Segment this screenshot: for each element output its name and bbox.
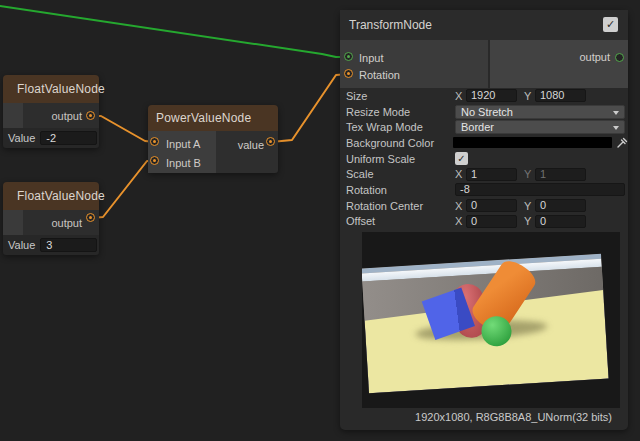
node-header[interactable]: TransformNode ✓ (340, 10, 628, 40)
scale-x-input[interactable]: 1 (466, 168, 517, 181)
size-label: Size (340, 90, 455, 102)
transform-input-port[interactable] (344, 52, 353, 61)
output-port-label: output (51, 110, 82, 122)
value-input[interactable]: -2 (40, 131, 97, 145)
value-row: Value -2 (3, 128, 99, 148)
value-label: Value (8, 239, 35, 251)
power-input-a-port[interactable] (150, 137, 159, 146)
rotation-center-label: Rotation Center (340, 200, 455, 212)
node-title: TransformNode (349, 18, 432, 32)
rotation-center-row: Rotation Center X 0 Y 0 (340, 198, 628, 214)
float-value-node-1[interactable]: FloatValueNode output Value -2 (3, 75, 99, 148)
tex-wrap-mode-label: Tex Wrap Mode (340, 121, 455, 133)
node-enabled-checkbox[interactable]: ✓ (603, 17, 618, 32)
power-value-output-port[interactable] (266, 137, 275, 146)
float2-output-port[interactable] (86, 213, 95, 222)
transform-rotation-port[interactable] (344, 69, 353, 78)
rotation-center-x-input[interactable]: 0 (466, 199, 517, 212)
node-header[interactable]: PowerValueNode (148, 105, 278, 131)
node-body: Input A Input B value (148, 131, 278, 173)
resize-mode-row: Resize Mode No Stretch (340, 104, 628, 120)
wire-power-to-rotation[interactable] (271, 74, 349, 142)
eyedropper-icon[interactable] (617, 137, 628, 148)
input-a-label: Input A (166, 138, 200, 150)
value-input[interactable]: 3 (40, 238, 97, 252)
input-port-label: Input (359, 52, 383, 64)
scale-row: Scale X 1 Y 1 (340, 166, 628, 182)
rotation-row: Rotation -8 (340, 182, 628, 198)
x-axis-label: X (455, 168, 462, 180)
inputs-section: Input A Input B (148, 131, 216, 173)
y-axis-label: Y (524, 215, 531, 227)
background-color-row: Background Color (340, 135, 628, 151)
inputs-section: Input Rotation (340, 40, 488, 88)
value-row: Value 3 (3, 235, 99, 255)
chevron-down-icon (613, 111, 619, 115)
ports-section: Input Rotation output (340, 40, 628, 88)
x-axis-label: X (455, 215, 462, 227)
rotation-center-y-input[interactable]: 0 (535, 199, 586, 212)
node-title: FloatValueNode (17, 82, 105, 96)
output-row: output (3, 103, 99, 128)
size-x-input[interactable]: 1920 (466, 89, 517, 102)
node-header[interactable]: FloatValueNode (3, 182, 99, 210)
rotation-row: Rotation (340, 66, 488, 83)
x-axis-label: X (455, 200, 462, 212)
background-color-label: Background Color (340, 137, 453, 149)
offset-row: Offset X 0 Y 0 (340, 214, 628, 230)
offset-y-input[interactable]: 0 (535, 215, 586, 228)
transform-output-port[interactable] (615, 53, 624, 62)
tex-wrap-mode-row: Tex Wrap Mode Border (340, 119, 628, 135)
input-stub (3, 210, 23, 235)
output-port-label: output (51, 217, 82, 229)
x-axis-label: X (455, 90, 462, 102)
input-row: Input (340, 49, 488, 66)
uniform-scale-checkbox[interactable]: ✓ (455, 152, 468, 165)
rotation-input[interactable]: -8 (455, 183, 625, 196)
value-label: Value (8, 132, 35, 144)
wire-input-connection[interactable] (0, 6, 349, 57)
resize-mode-value: No Stretch (461, 106, 513, 118)
input-b-label: Input B (166, 157, 201, 169)
tex-wrap-mode-value: Border (461, 121, 494, 133)
float-value-node-2[interactable]: FloatValueNode output Value 3 (3, 182, 99, 255)
rotation-port-label: Rotation (359, 69, 400, 81)
y-axis-label: Y (524, 200, 531, 212)
power-input-b-port[interactable] (150, 156, 159, 165)
chevron-down-icon (613, 126, 619, 130)
resize-mode-dropdown[interactable]: No Stretch (455, 105, 625, 119)
y-axis-label: Y (524, 168, 531, 180)
resize-mode-label: Resize Mode (340, 106, 455, 118)
output-port-label: output (579, 51, 610, 63)
offset-label: Offset (340, 215, 455, 227)
uniform-scale-label: Uniform Scale (340, 153, 455, 165)
scale-label: Scale (340, 168, 455, 180)
power-value-node[interactable]: PowerValueNode Input A Input B value (148, 105, 278, 173)
node-header[interactable]: FloatValueNode (3, 75, 99, 103)
wire-float1-to-inputA[interactable] (91, 116, 155, 142)
rotation-label: Rotation (340, 184, 455, 196)
uniform-scale-row: Uniform Scale ✓ (340, 151, 628, 167)
node-title: FloatValueNode (17, 189, 105, 203)
offset-x-input[interactable]: 0 (466, 215, 517, 228)
properties-section: Size X 1920 Y 1080 Resize Mode No Stretc… (340, 88, 628, 229)
output-row: output (3, 210, 99, 235)
preview-format-status: 1920x1080, R8G8B8A8_UNorm(32 bits) (415, 411, 612, 423)
outputs-section: output (490, 40, 628, 88)
float1-output-port[interactable] (86, 111, 95, 120)
preview-rotated-image (362, 254, 609, 393)
texture-preview (362, 232, 620, 408)
tex-wrap-mode-dropdown[interactable]: Border (455, 120, 625, 134)
transform-node[interactable]: TransformNode ✓ Input Rotation output Si… (340, 10, 628, 430)
y-axis-label: Y (524, 90, 531, 102)
input-stub (3, 103, 23, 128)
scale-y-input: 1 (535, 168, 586, 181)
node-graph-canvas[interactable]: FloatValueNode output Value -2 FloatValu… (0, 0, 640, 441)
node-title: PowerValueNode (156, 111, 251, 125)
size-y-input[interactable]: 1080 (535, 89, 586, 102)
value-output-label: value (238, 139, 264, 151)
size-row: Size X 1920 Y 1080 (340, 88, 628, 104)
color-swatch[interactable] (453, 137, 612, 148)
